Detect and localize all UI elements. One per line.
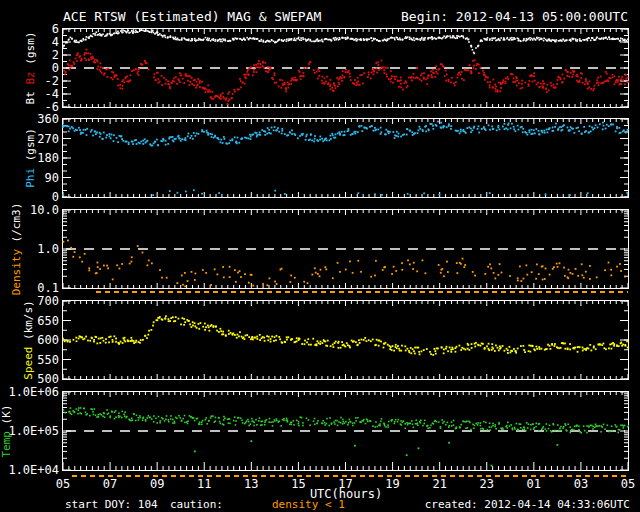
axis-label-part: (gsm): [24, 128, 37, 168]
axis-label-part: Temp: [0, 431, 13, 458]
xtick-13: 13: [236, 477, 266, 491]
axis-label-part: (km/s): [22, 300, 35, 346]
xtick-11: 11: [189, 477, 219, 491]
plot-title: ACE RTSW (Estimated) MAG & SWEPAM: [63, 9, 321, 24]
axis-label-part: Bz: [24, 71, 37, 84]
y-axis-label-temperature: Temp (K): [0, 405, 13, 458]
xtick-23: 23: [472, 477, 502, 491]
axis-label-part: Density: [10, 249, 23, 295]
axis-label-part: (K): [0, 405, 13, 432]
panel-phi-angle-plot: [62, 118, 629, 198]
axis-label-part: Speed: [22, 347, 35, 380]
y-axis-label-phi-angle: Phi (gsm): [24, 128, 37, 188]
created-timestamp: created: 2012-04-14 04:33:06UTC: [425, 498, 630, 511]
series-phi: [62, 121, 628, 147]
series-speed: [62, 315, 629, 356]
panel-speed-plot: [62, 300, 629, 380]
axis-label-part: (gsm): [24, 32, 37, 72]
axis-label-part: Bt: [24, 85, 37, 105]
xtick-09: 09: [142, 477, 172, 491]
panel-density-plot: [62, 209, 629, 289]
panel-magnetic-field-plot: [62, 28, 629, 108]
y-axis-label-density: Density (/cm3): [10, 203, 23, 296]
series-temp-outliers: [194, 440, 558, 466]
caution-label: caution:: [170, 498, 223, 511]
start-doy-label: start DOY: 104: [65, 498, 158, 511]
caution-dashes-below-density: [96, 291, 628, 293]
caution-value: density < 1: [272, 498, 345, 511]
ace-rtsw-plot-image: ACE RTSW (Estimated) MAG & SWEPAM Begin:…: [0, 0, 640, 512]
series-density: [62, 240, 625, 288]
xtick-05: 05: [613, 477, 640, 491]
series-temp: [63, 407, 629, 433]
ytick-temperature-1.0E+06: 1.0E+06: [2, 385, 59, 399]
ytick-temperature-1.0E+04: 1.0E+04: [2, 463, 59, 477]
plot-begin-time: Begin: 2012-04-13 05:00:00UTC: [401, 9, 628, 24]
y-axis-label-magnetic-field: Bt Bz (gsm): [24, 32, 37, 105]
series-bz: [63, 49, 629, 105]
axis-label-part: Phi: [24, 168, 37, 188]
y-axis-label-speed: Speed (km/s): [22, 300, 35, 379]
xtick-07: 07: [95, 477, 125, 491]
caution-dashes-below-temp: [72, 475, 628, 477]
ytick-phi-angle-360: 360: [2, 112, 59, 126]
panel-temperature-plot: [62, 391, 629, 471]
axis-label-part: (/cm3): [10, 203, 23, 249]
xtick-05: 05: [48, 477, 78, 491]
xtick-01: 01: [519, 477, 549, 491]
xtick-21: 21: [425, 477, 455, 491]
xtick-03: 03: [566, 477, 596, 491]
